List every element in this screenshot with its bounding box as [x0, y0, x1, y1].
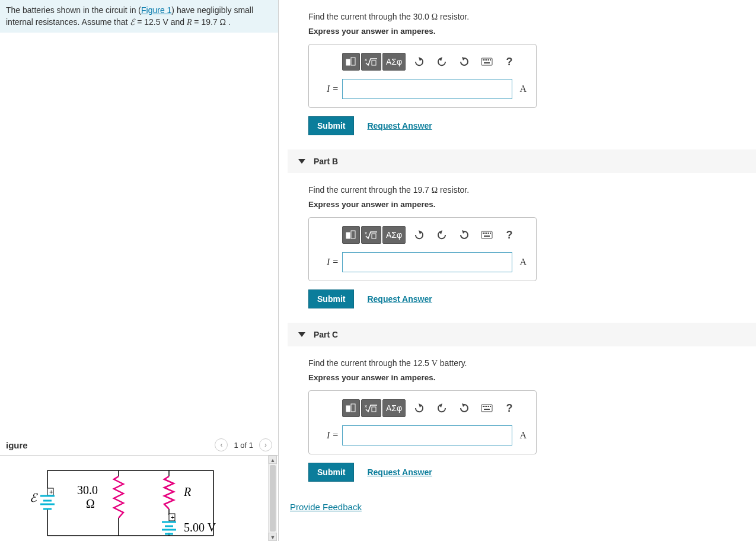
radical-icon[interactable]: x	[361, 53, 381, 71]
svg-rect-53	[372, 407, 376, 412]
emf-value: = 12.5 V	[135, 17, 168, 27]
svg-rect-39	[372, 234, 376, 238]
template-icon[interactable]	[342, 53, 360, 71]
part-prompt: Find the current through the 19.7 Ω resi…	[308, 185, 745, 195]
svg-rect-45	[484, 233, 486, 234]
help-button[interactable]: ?	[500, 226, 518, 244]
answer-input[interactable]	[342, 79, 512, 99]
request-answer-link[interactable]: Request Answer	[367, 121, 432, 131]
svg-rect-23	[351, 58, 355, 65]
undo-icon[interactable]	[410, 53, 428, 71]
figure-next-button[interactable]: ›	[259, 438, 272, 451]
input-row: I = A	[318, 79, 527, 99]
circuit-diagram: + ℰ 30.0 Ω R +	[12, 462, 237, 541]
svg-rect-22	[346, 59, 350, 65]
keyboard-icon[interactable]	[478, 399, 496, 417]
template-icon[interactable]	[342, 226, 360, 244]
svg-marker-54	[419, 403, 422, 408]
greek-button[interactable]: ΑΣφ	[382, 399, 406, 417]
redo-icon[interactable]	[433, 53, 451, 71]
svg-rect-59	[484, 406, 486, 407]
greek-button[interactable]: ΑΣφ	[382, 53, 406, 71]
svg-rect-62	[490, 406, 491, 407]
variable-label: I =	[318, 257, 339, 268]
figure-header: igure ‹ 1 of 1 ›	[0, 435, 278, 455]
svg-rect-47	[488, 233, 489, 234]
svg-rect-30	[483, 59, 484, 61]
submit-button[interactable]: Submit	[308, 463, 354, 482]
greek-button[interactable]: ΑΣφ	[382, 226, 406, 244]
figure-prev-button[interactable]: ‹	[215, 438, 228, 451]
variable-label: I =	[318, 430, 339, 441]
figure-scrollbar[interactable]: ▲ ▼	[268, 456, 277, 541]
svg-rect-50	[346, 406, 350, 412]
submit-button[interactable]: Submit	[308, 289, 354, 308]
svg-rect-37	[351, 231, 355, 238]
figure-section: igure ‹ 1 of 1 ›	[0, 435, 278, 541]
answer-box: x ΑΣφ ? I = A	[308, 390, 537, 454]
part-header[interactable]: Part B	[288, 149, 756, 173]
figure-link[interactable]: Figure 1	[141, 5, 171, 15]
formula-toolbar: x ΑΣφ ?	[318, 53, 527, 71]
keyboard-icon[interactable]	[478, 53, 496, 71]
svg-rect-35	[484, 62, 490, 63]
svg-marker-55	[439, 403, 442, 408]
r-value: = 19.7 Ω .	[192, 17, 230, 27]
svg-rect-48	[490, 233, 491, 234]
svg-marker-40	[419, 230, 422, 234]
svg-rect-63	[484, 409, 490, 410]
part-header[interactable]: Part C	[288, 323, 756, 346]
svg-rect-49	[484, 236, 490, 237]
formula-toolbar: x ΑΣφ ?	[318, 226, 527, 244]
left-panel: The batteries shown in the circuit in (F…	[0, 0, 279, 541]
keyboard-icon[interactable]	[478, 226, 496, 244]
help-button[interactable]: ?	[500, 53, 518, 71]
r1-unit: Ω	[86, 497, 95, 510]
undo-icon[interactable]	[410, 399, 428, 417]
input-row: I = A	[318, 425, 527, 445]
redo-icon[interactable]	[433, 226, 451, 244]
scroll-down-icon[interactable]: ▼	[269, 533, 277, 541]
r1-value: 30.0	[77, 483, 98, 497]
submit-button[interactable]: Submit	[308, 116, 354, 135]
radical-icon[interactable]: x	[361, 399, 381, 417]
radical-icon[interactable]: x	[361, 226, 381, 244]
provide-feedback-link[interactable]: Provide Feedback	[290, 502, 362, 512]
svg-rect-33	[488, 59, 489, 61]
actions-row: Submit Request Answer	[308, 116, 745, 135]
part-instruction: Express your answer in amperes.	[308, 200, 745, 209]
r2-label: R	[183, 485, 191, 498]
reset-icon[interactable]	[455, 399, 473, 417]
part-label: Part B	[314, 157, 338, 166]
reset-icon[interactable]	[455, 53, 473, 71]
undo-icon[interactable]	[410, 226, 428, 244]
answer-input[interactable]	[342, 425, 512, 445]
answer-input[interactable]	[342, 252, 512, 272]
scroll-thumb[interactable]	[270, 465, 276, 532]
unit-label: A	[519, 84, 527, 94]
figure-body: + ℰ 30.0 Ω R +	[0, 455, 278, 541]
help-button[interactable]: ?	[500, 399, 518, 417]
problem-text-1: The batteries shown in the circuit in (	[6, 5, 141, 15]
svg-marker-41	[439, 230, 442, 234]
template-icon[interactable]	[342, 399, 360, 417]
redo-icon[interactable]	[433, 399, 451, 417]
svg-rect-46	[486, 233, 487, 234]
scroll-up-icon[interactable]: ▲	[269, 456, 277, 464]
svg-text:x: x	[365, 230, 367, 236]
svg-rect-29	[481, 58, 492, 65]
reset-icon[interactable]	[455, 226, 473, 244]
part-body: Find the current through the 12.5 V batt…	[288, 346, 756, 494]
svg-rect-57	[481, 405, 492, 412]
svg-rect-58	[483, 406, 484, 407]
request-answer-link[interactable]: Request Answer	[367, 467, 432, 477]
unit-label: A	[519, 257, 527, 268]
part-instruction: Express your answer in amperes.	[308, 373, 745, 382]
svg-rect-34	[490, 59, 491, 61]
request-answer-link[interactable]: Request Answer	[367, 294, 432, 304]
formula-toolbar: x ΑΣφ ?	[318, 399, 527, 417]
caret-down-icon	[298, 332, 305, 337]
svg-rect-44	[483, 233, 484, 234]
variable-label: I =	[318, 84, 339, 94]
input-row: I = A	[318, 252, 527, 272]
